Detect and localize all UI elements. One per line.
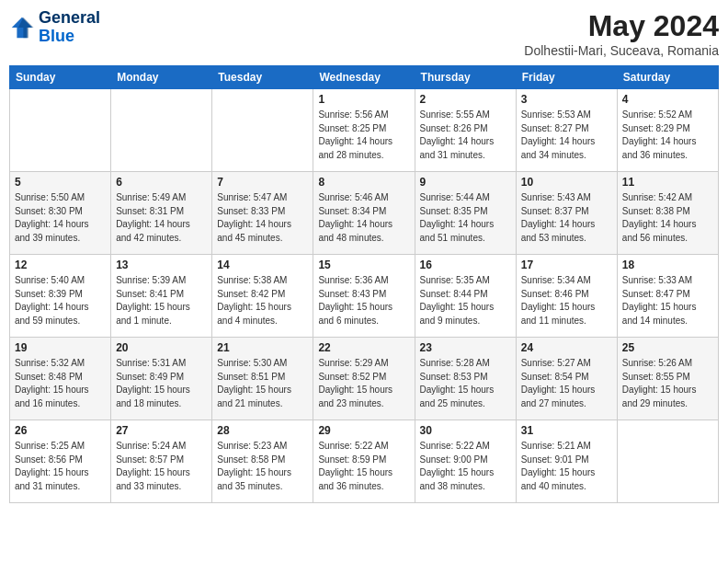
location: Dolhestii-Mari, Suceava, Romania [524, 43, 719, 58]
calendar-body: 1Sunrise: 5:56 AM Sunset: 8:25 PM Daylig… [10, 89, 719, 503]
day-number: 2 [420, 93, 511, 106]
day-info: Sunrise: 5:55 AM Sunset: 8:26 PM Dayligh… [420, 109, 511, 162]
calendar-cell: 29Sunrise: 5:22 AM Sunset: 8:59 PM Dayli… [313, 420, 415, 503]
day-number: 27 [116, 424, 207, 437]
day-number: 15 [318, 259, 409, 271]
day-number: 31 [521, 424, 612, 437]
day-info: Sunrise: 5:34 AM Sunset: 8:46 PM Dayligh… [521, 274, 612, 327]
calendar-cell: 28Sunrise: 5:23 AM Sunset: 8:58 PM Dayli… [212, 420, 313, 503]
logo: General Blue [9, 9, 100, 46]
day-number: 23 [420, 341, 511, 354]
calendar-cell: 13Sunrise: 5:39 AM Sunset: 8:41 PM Dayli… [111, 255, 212, 338]
calendar-cell: 17Sunrise: 5:34 AM Sunset: 8:46 PM Dayli… [516, 255, 617, 338]
day-number: 4 [622, 93, 713, 106]
calendar-cell [111, 89, 212, 172]
weekday-header-thursday: Thursday [415, 66, 516, 89]
calendar-cell: 11Sunrise: 5:42 AM Sunset: 8:38 PM Dayli… [617, 172, 718, 255]
day-info: Sunrise: 5:30 AM Sunset: 8:51 PM Dayligh… [217, 357, 308, 410]
calendar-cell [617, 420, 718, 503]
day-info: Sunrise: 5:42 AM Sunset: 8:38 PM Dayligh… [622, 191, 713, 245]
day-info: Sunrise: 5:27 AM Sunset: 8:54 PM Dayligh… [521, 357, 612, 410]
day-number: 30 [420, 424, 511, 437]
day-info: Sunrise: 5:33 AM Sunset: 8:47 PM Dayligh… [622, 274, 713, 327]
day-info: Sunrise: 5:31 AM Sunset: 8:49 PM Dayligh… [116, 357, 207, 410]
weekday-header-tuesday: Tuesday [212, 66, 313, 89]
logo-icon [9, 15, 35, 40]
day-info: Sunrise: 5:46 AM Sunset: 8:34 PM Dayligh… [318, 191, 409, 245]
calendar-cell: 14Sunrise: 5:38 AM Sunset: 8:42 PM Dayli… [212, 255, 313, 338]
day-info: Sunrise: 5:28 AM Sunset: 8:53 PM Dayligh… [420, 357, 511, 410]
weekday-header-sunday: Sunday [10, 66, 111, 89]
calendar-week-1: 1Sunrise: 5:56 AM Sunset: 8:25 PM Daylig… [10, 89, 719, 172]
logo-text: General Blue [39, 9, 100, 46]
weekday-header-monday: Monday [111, 66, 212, 89]
day-number: 3 [521, 93, 612, 106]
day-info: Sunrise: 5:44 AM Sunset: 8:35 PM Dayligh… [420, 191, 511, 245]
day-number: 25 [622, 341, 713, 354]
month-title: May 2024 [524, 9, 719, 43]
calendar-cell: 1Sunrise: 5:56 AM Sunset: 8:25 PM Daylig… [313, 89, 415, 172]
calendar-cell: 7Sunrise: 5:47 AM Sunset: 8:33 PM Daylig… [212, 172, 313, 255]
calendar-cell: 18Sunrise: 5:33 AM Sunset: 8:47 PM Dayli… [617, 255, 718, 338]
day-number: 17 [521, 259, 612, 271]
calendar-cell: 16Sunrise: 5:35 AM Sunset: 8:44 PM Dayli… [415, 255, 516, 338]
day-info: Sunrise: 5:29 AM Sunset: 8:52 PM Dayligh… [318, 357, 409, 410]
calendar-table: SundayMondayTuesdayWednesdayThursdayFrid… [9, 65, 719, 503]
calendar-cell: 24Sunrise: 5:27 AM Sunset: 8:54 PM Dayli… [516, 338, 617, 420]
day-info: Sunrise: 5:56 AM Sunset: 8:25 PM Dayligh… [318, 109, 409, 162]
calendar-cell: 4Sunrise: 5:52 AM Sunset: 8:29 PM Daylig… [617, 89, 718, 172]
day-number: 10 [521, 176, 612, 189]
day-number: 13 [116, 259, 207, 271]
day-number: 6 [116, 176, 207, 189]
day-number: 18 [622, 259, 713, 271]
calendar-cell: 30Sunrise: 5:22 AM Sunset: 9:00 PM Dayli… [415, 420, 516, 503]
calendar-cell: 3Sunrise: 5:53 AM Sunset: 8:27 PM Daylig… [516, 89, 617, 172]
calendar-cell: 9Sunrise: 5:44 AM Sunset: 8:35 PM Daylig… [415, 172, 516, 255]
day-number: 1 [318, 93, 409, 106]
calendar-cell [10, 89, 111, 172]
day-number: 19 [15, 341, 106, 354]
day-info: Sunrise: 5:32 AM Sunset: 8:48 PM Dayligh… [15, 357, 106, 410]
calendar-week-5: 26Sunrise: 5:25 AM Sunset: 8:56 PM Dayli… [10, 420, 719, 503]
day-number: 5 [15, 176, 106, 189]
calendar-cell [212, 89, 313, 172]
day-number: 8 [318, 176, 409, 189]
day-info: Sunrise: 5:53 AM Sunset: 8:27 PM Dayligh… [521, 109, 612, 162]
day-info: Sunrise: 5:49 AM Sunset: 8:31 PM Dayligh… [116, 191, 207, 245]
day-info: Sunrise: 5:23 AM Sunset: 8:58 PM Dayligh… [217, 440, 308, 493]
day-number: 28 [217, 424, 308, 437]
day-info: Sunrise: 5:22 AM Sunset: 8:59 PM Dayligh… [318, 440, 409, 493]
calendar-cell: 10Sunrise: 5:43 AM Sunset: 8:37 PM Dayli… [516, 172, 617, 255]
day-info: Sunrise: 5:38 AM Sunset: 8:42 PM Dayligh… [217, 274, 308, 327]
title-block: May 2024 Dolhestii-Mari, Suceava, Romani… [524, 9, 719, 58]
day-info: Sunrise: 5:39 AM Sunset: 8:41 PM Dayligh… [116, 274, 207, 327]
day-number: 12 [15, 259, 106, 271]
calendar-cell: 21Sunrise: 5:30 AM Sunset: 8:51 PM Dayli… [212, 338, 313, 420]
calendar-week-4: 19Sunrise: 5:32 AM Sunset: 8:48 PM Dayli… [10, 338, 719, 420]
calendar-cell: 19Sunrise: 5:32 AM Sunset: 8:48 PM Dayli… [10, 338, 111, 420]
day-info: Sunrise: 5:52 AM Sunset: 8:29 PM Dayligh… [622, 109, 713, 162]
day-info: Sunrise: 5:43 AM Sunset: 8:37 PM Dayligh… [521, 191, 612, 245]
calendar-cell: 26Sunrise: 5:25 AM Sunset: 8:56 PM Dayli… [10, 420, 111, 503]
weekday-row: SundayMondayTuesdayWednesdayThursdayFrid… [10, 66, 719, 89]
day-number: 21 [217, 341, 308, 354]
calendar-cell: 8Sunrise: 5:46 AM Sunset: 8:34 PM Daylig… [313, 172, 415, 255]
day-number: 14 [217, 259, 308, 271]
day-number: 26 [15, 424, 106, 437]
calendar-cell: 12Sunrise: 5:40 AM Sunset: 8:39 PM Dayli… [10, 255, 111, 338]
day-info: Sunrise: 5:25 AM Sunset: 8:56 PM Dayligh… [15, 440, 106, 493]
weekday-header-saturday: Saturday [617, 66, 718, 89]
calendar-cell: 20Sunrise: 5:31 AM Sunset: 8:49 PM Dayli… [111, 338, 212, 420]
calendar-cell: 2Sunrise: 5:55 AM Sunset: 8:26 PM Daylig… [415, 89, 516, 172]
day-info: Sunrise: 5:22 AM Sunset: 9:00 PM Dayligh… [420, 440, 511, 493]
calendar-cell: 6Sunrise: 5:49 AM Sunset: 8:31 PM Daylig… [111, 172, 212, 255]
day-number: 22 [318, 341, 409, 354]
calendar-cell: 23Sunrise: 5:28 AM Sunset: 8:53 PM Dayli… [415, 338, 516, 420]
calendar-header: SundayMondayTuesdayWednesdayThursdayFrid… [10, 66, 719, 89]
day-number: 24 [521, 341, 612, 354]
day-number: 11 [622, 176, 713, 189]
day-number: 16 [420, 259, 511, 271]
day-number: 29 [318, 424, 409, 437]
day-info: Sunrise: 5:40 AM Sunset: 8:39 PM Dayligh… [15, 274, 106, 327]
day-info: Sunrise: 5:36 AM Sunset: 8:43 PM Dayligh… [318, 274, 409, 327]
